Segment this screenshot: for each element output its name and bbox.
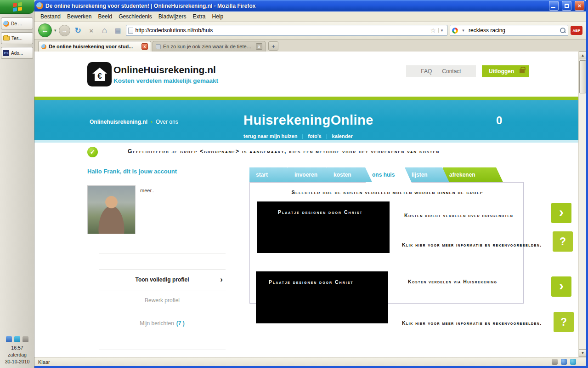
- link-terug-naar-mijn-huizen[interactable]: terug naar mijn huizen: [243, 133, 297, 139]
- messages-label: Mijn berichten: [140, 320, 174, 327]
- close-button[interactable]: ×: [575, 1, 584, 11]
- image-placeholder-2: Plaatje designen door Christ: [256, 271, 388, 323]
- edit-profile-button[interactable]: Bewerk profiel: [99, 293, 226, 308]
- scroll-up-icon[interactable]: ▲: [579, 52, 586, 59]
- clock-day: zaterdag: [0, 351, 34, 358]
- tray-icon-3[interactable]: [23, 336, 28, 342]
- google-engine-icon[interactable]: [452, 28, 458, 34]
- info-link-1[interactable]: Klik hier voor meer informatie en rekenv…: [402, 242, 542, 247]
- browser-viewport: € OnlineHuisrekening.nl Kosten verdelen …: [34, 52, 586, 357]
- info-link-2[interactable]: Klik hier voor meer informatie en rekenv…: [402, 320, 542, 326]
- menu-beeld[interactable]: Beeld: [95, 12, 115, 21]
- tab-lijsten[interactable]: lijsten: [405, 167, 449, 182]
- refresh-button[interactable]: ↻: [73, 25, 84, 36]
- link-fotos[interactable]: foto's: [308, 133, 322, 139]
- tab-close-icon[interactable]: x: [141, 43, 148, 50]
- taskbar-app-label: Ado...: [11, 51, 23, 56]
- back-history-dropdown-icon[interactable]: ▾: [54, 28, 57, 33]
- tab-close-icon[interactable]: x: [256, 43, 262, 50]
- maximize-icon: [565, 4, 569, 8]
- taskbar-app-label: Tes...: [11, 36, 23, 41]
- search-icon[interactable]: [560, 27, 566, 34]
- scrollbar-thumb[interactable]: [579, 60, 586, 93]
- statusbar-icon-1[interactable]: [552, 359, 558, 365]
- logout-label: Uitloggen: [489, 68, 514, 75]
- messages-count: (7 ): [176, 320, 185, 327]
- toolbar-extra-button[interactable]: ▤: [113, 25, 124, 36]
- tab-ons-huis[interactable]: ons huis: [366, 167, 412, 183]
- tray-icon-1[interactable]: [6, 336, 12, 342]
- arrow-right-icon: ›: [559, 278, 564, 295]
- start-button[interactable]: [0, 0, 34, 14]
- breadcrumb-current[interactable]: Over ons: [156, 119, 178, 125]
- tray-icon-2[interactable]: [14, 336, 20, 342]
- taskbar: De ... Tes... Ps Ado... 16:57 zaterdag 3…: [0, 0, 34, 368]
- full-profile-button[interactable]: Toon volledig profiel ›: [99, 272, 226, 288]
- divider: [99, 336, 226, 336]
- forward-button[interactable]: →: [59, 25, 70, 36]
- menu-help[interactable]: Help: [209, 12, 227, 21]
- statusbar-icon-3[interactable]: [570, 359, 576, 365]
- vertical-scrollbar[interactable]: ▲ ▼: [578, 52, 586, 357]
- search-bar[interactable]: ▾: [450, 25, 568, 36]
- more-link[interactable]: meer..: [140, 188, 154, 193]
- titlebar[interactable]: De online huisrekening voor studenten! |…: [34, 0, 586, 12]
- taskbar-app-label: De ...: [11, 21, 22, 26]
- contact-link[interactable]: Contact: [442, 68, 461, 75]
- menu-extra[interactable]: Extra: [190, 12, 209, 21]
- url-input[interactable]: [136, 27, 428, 34]
- maximize-button[interactable]: [562, 1, 571, 11]
- site-logo[interactable]: €: [87, 62, 112, 86]
- option-direct-label: Kosten direct verdelen over huisgenoten: [404, 213, 513, 218]
- help-button-1[interactable]: ?: [553, 231, 573, 252]
- browser-tab-active[interactable]: De online huisrekening voor stud... x: [38, 41, 151, 52]
- divider: [99, 253, 226, 253]
- browser-tab-inactive[interactable]: En zo kun je ook zien waar ik de tieten …: [153, 41, 266, 52]
- faq-link[interactable]: FAQ: [421, 68, 432, 75]
- tab-invoeren[interactable]: invoeren: [288, 167, 334, 182]
- tab-start[interactable]: start: [249, 167, 294, 182]
- new-tab-button[interactable]: +: [268, 41, 278, 51]
- question-mark-icon: ?: [560, 316, 567, 328]
- menu-geschiedenis[interactable]: Geschiedenis: [115, 12, 155, 21]
- navigation-toolbar: ← ▾ → ↻ × ⌂ ▤ ☆ ▾ ▾ ABP: [34, 22, 586, 40]
- minimize-button[interactable]: [549, 1, 559, 11]
- window-title: De online huisrekening voor studenten! |…: [45, 3, 546, 9]
- stop-button[interactable]: ×: [86, 25, 97, 36]
- bookmark-star-icon[interactable]: ☆: [430, 27, 436, 34]
- search-input[interactable]: [469, 27, 558, 34]
- image-placeholder-label: Plaatje designen door Christ: [269, 279, 354, 285]
- option-huisrekening-label: Kosten verdelen via Huisrekening: [408, 279, 497, 284]
- site-title[interactable]: OnlineHuisrekening.nl: [113, 64, 216, 75]
- taskbar-app-photoshop[interactable]: Ps Ado...: [1, 47, 33, 59]
- back-button[interactable]: ←: [38, 23, 52, 37]
- url-bar[interactable]: ☆ ▾: [126, 25, 447, 36]
- taskbar-app-folder[interactable]: Tes...: [1, 32, 33, 44]
- breadcrumb-home[interactable]: Onlinehuisrekening.nl: [90, 119, 147, 125]
- taskbar-app-firefox[interactable]: De ...: [1, 17, 33, 29]
- menu-bladwijzers[interactable]: Bladwijzers: [155, 12, 190, 21]
- band-links: terug naar mijn huizen | foto's | kalend…: [243, 133, 353, 139]
- messages-button[interactable]: Mijn berichten (7 ): [99, 316, 226, 331]
- menu-bestand[interactable]: Bestand: [37, 12, 64, 21]
- option-huisrekening-arrow-button[interactable]: ›: [551, 276, 571, 297]
- menu-bewerken[interactable]: Bewerken: [64, 12, 95, 21]
- logout-button[interactable]: Uitloggen: [482, 65, 529, 77]
- edit-profile-label: Bewerk profiel: [145, 297, 180, 304]
- home-button[interactable]: ⌂: [99, 25, 110, 36]
- tab-afrekenen[interactable]: afrekenen: [443, 167, 503, 182]
- help-button-2[interactable]: ?: [554, 312, 574, 332]
- menubar: Bestand Bewerken Beeld Geschiedenis Blad…: [34, 12, 586, 22]
- scroll-down-icon[interactable]: ▼: [579, 349, 586, 357]
- svg-text:€: €: [97, 72, 102, 80]
- link-kalender[interactable]: kalender: [332, 133, 353, 139]
- search-engine-dropdown-icon[interactable]: ▾: [460, 28, 467, 33]
- status-text: Klaar: [38, 359, 50, 365]
- adblock-icon[interactable]: ABP: [571, 26, 582, 35]
- tab-kosten[interactable]: kosten: [327, 167, 372, 182]
- statusbar-icon-2[interactable]: [561, 359, 567, 365]
- windows-logo-icon: [13, 2, 22, 12]
- url-dropdown-icon[interactable]: ▾: [438, 28, 445, 33]
- account-greeting: Hallo Frank, dit is jouw account: [87, 168, 177, 175]
- option-direct-arrow-button[interactable]: ›: [551, 203, 571, 223]
